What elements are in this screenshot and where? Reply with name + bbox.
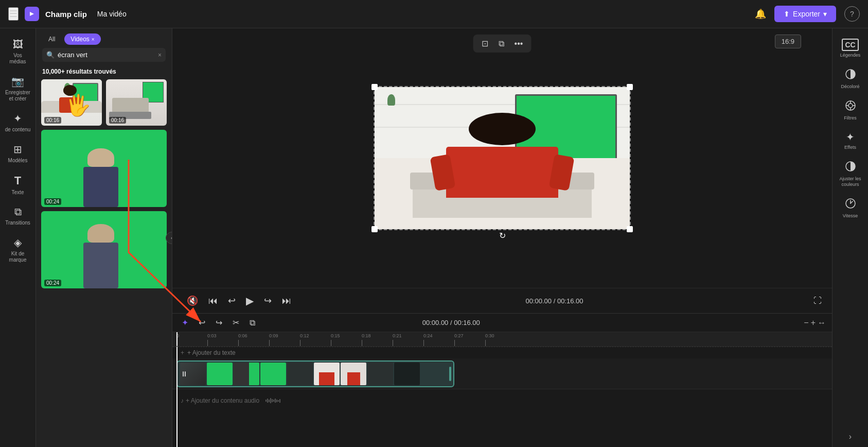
play-button[interactable]: ▶ — [242, 293, 258, 309]
crop-button[interactable]: ⊡ — [479, 38, 491, 49]
filter-all-button[interactable]: All — [42, 33, 61, 45]
sidebar-label-decolore: Décoloré — [841, 84, 859, 90]
media-row-2: 00:24 — [41, 130, 167, 207]
rewind-button[interactable]: ↩ — [224, 293, 240, 308]
center-area: ⊡ ⧉ ••• 16:9 — [172, 28, 832, 447]
content-icon: ✦ — [13, 112, 22, 125]
brand-icon: ◈ — [14, 236, 22, 249]
add-audio-track[interactable]: ♪ + Ajouter du contenu audio — [172, 395, 289, 406]
thumb-duration-4: 00:24 — [44, 280, 61, 286]
video-clip[interactable]: ⏸ — [176, 360, 454, 387]
sidebar-label-effets: Effets — [844, 145, 856, 150]
handle-tl[interactable] — [371, 84, 378, 90]
overlay-button[interactable]: ⧉ — [495, 38, 507, 49]
sidebar-item-vitesse[interactable]: Vitesse — [835, 194, 866, 223]
decolore-icon — [845, 68, 856, 82]
handle-tr[interactable] — [627, 84, 633, 90]
effets-icon: ✦ — [846, 131, 855, 143]
sidebar-item-legendes[interactable]: CC Légendes — [835, 35, 866, 62]
main-layout: 🖼 Vos médias 📷 Enregistrer et créer ✦ de… — [0, 28, 868, 447]
sidebar-item-kit-marque[interactable]: ◈ Kit de marque — [2, 232, 34, 267]
media-thumb-4[interactable]: 00:24 — [41, 211, 167, 288]
more-options-button[interactable]: ••• — [511, 38, 526, 49]
room-scene — [375, 87, 630, 229]
sidebar-item-transitions[interactable]: ⧉ Transitions — [2, 202, 34, 230]
transitions-icon: ⧉ — [14, 206, 22, 218]
handle-bl[interactable] — [371, 226, 378, 232]
ratio-selector[interactable]: 16:9 — [775, 35, 801, 48]
sidebar-item-contenu[interactable]: ✦ de contenu — [2, 108, 34, 137]
sidebar-item-texte[interactable]: T Texte — [2, 170, 34, 200]
couleurs-icon — [845, 161, 856, 175]
sidebar-label-texte: Texte — [12, 190, 24, 196]
sidebar-item-filtres[interactable]: Filtres — [835, 96, 866, 125]
zoom-in-button[interactable]: + — [811, 318, 816, 328]
media-thumb-1[interactable]: 🖐 00:16 — [41, 79, 102, 126]
sidebar-label-enregistrer: Enregistrer et créer — [5, 90, 31, 102]
svg-point-3 — [848, 104, 853, 108]
thumb-duration-3: 00:24 — [44, 198, 61, 205]
search-icon: 🔍 — [46, 51, 55, 59]
magic-button[interactable]: ✦ — [179, 317, 191, 329]
search-input[interactable] — [58, 51, 155, 59]
templates-icon: ⊞ — [13, 143, 22, 156]
app-name: Champ clip — [45, 10, 87, 19]
timeline-ruler[interactable]: 0 0:03 0:06 0:09 — [172, 332, 832, 347]
media-thumb-3[interactable]: 00:24 — [41, 130, 167, 207]
add-text-track[interactable]: + + Ajouter du texte — [172, 347, 832, 358]
sidebar-item-vos-medias[interactable]: 🖼 Vos médias — [2, 35, 34, 69]
preview-toolbar: ⊡ ⧉ ••• — [473, 35, 532, 53]
hamburger-menu[interactable]: ☰ — [8, 7, 19, 21]
filter-close-icon[interactable]: × — [92, 37, 95, 42]
fit-button[interactable]: ↔ — [818, 318, 826, 328]
notification-icon[interactable]: 🔔 — [755, 8, 766, 20]
time-display: 00:00.00 / 00:16.00 — [525, 297, 583, 305]
sidebar-item-decolore[interactable]: Décoloré — [835, 64, 866, 94]
filter-videos-button[interactable]: Videos × — [64, 33, 100, 45]
right-sidebar: CC Légendes Décoloré Filtres ✦ Effets — [832, 28, 868, 447]
mute-button[interactable]: 🔇 — [183, 293, 202, 308]
help-button[interactable]: ? — [844, 6, 860, 22]
media-panel: ‹ All Videos × 🔍 × 10,000+ résultats tro… — [36, 28, 172, 447]
search-clear-icon[interactable]: × — [158, 51, 162, 59]
zoom-out-button[interactable]: − — [804, 318, 808, 328]
skip-back-button[interactable]: ⏮ — [204, 294, 222, 308]
ruler-inner: 0 0:03 0:06 0:09 — [176, 332, 832, 346]
clip-right-handle[interactable] — [449, 367, 451, 381]
forward-button[interactable]: ↪ — [260, 293, 276, 308]
sidebar-item-enregistrer[interactable]: 📷 Enregistrer et créer — [2, 71, 34, 106]
sidebar-item-effets[interactable]: ✦ Effets — [835, 127, 866, 154]
results-text: 10,000+ résultats trouvés — [36, 66, 172, 79]
sidebar-label-filtres: Filtres — [844, 115, 857, 121]
zoom-controls: − + ↔ — [804, 318, 826, 328]
sidebar-label-kit-marque: Kit de marque — [5, 251, 31, 263]
vitesse-icon — [845, 198, 856, 212]
redo-button[interactable]: ↪ — [212, 317, 225, 329]
handle-br[interactable] — [627, 226, 633, 232]
sidebar-item-couleurs[interactable]: Ajuster les couleurs — [835, 157, 866, 192]
media-thumb-2[interactable]: 00:16 — [106, 79, 167, 126]
search-bar: 🔍 × — [42, 48, 166, 62]
playback-right: ⛶ — [813, 296, 822, 305]
topbar: ☰ Champ clip Ma vidéo 🔔 ⬆ Exporter ▾ ? — [0, 0, 868, 28]
text-icon: T — [14, 174, 21, 187]
topbar-right: 🔔 ⬆ Exporter ▾ ? — [755, 6, 860, 22]
left-sidebar: 🖼 Vos médias 📷 Enregistrer et créer ✦ de… — [0, 28, 36, 447]
fullscreen-button[interactable]: ⛶ — [813, 296, 822, 305]
undo-button[interactable]: ↩ — [196, 317, 208, 329]
export-button[interactable]: ⬆ Exporter ▾ — [774, 6, 836, 22]
right-sidebar-collapse[interactable]: › — [844, 431, 857, 443]
skip-forward-button[interactable]: ⏭ — [278, 294, 295, 308]
thumb-duration-2: 00:16 — [109, 117, 126, 124]
copy-button[interactable]: ⧉ — [246, 317, 258, 329]
record-icon: 📷 — [11, 75, 24, 88]
cut-button[interactable]: ✂ — [229, 317, 242, 329]
project-name[interactable]: Ma vidéo — [97, 10, 127, 18]
add-text-icon: + — [181, 349, 184, 356]
audio-note-icon: ♪ — [181, 397, 184, 404]
rotate-handle[interactable]: ↻ — [499, 231, 506, 240]
video-canvas[interactable]: ↻ — [374, 86, 631, 230]
sidebar-label-modeles: Modèles — [8, 158, 28, 164]
sidebar-item-modeles[interactable]: ⊞ Modèles — [2, 139, 34, 168]
clip-pause-icon: ⏸ — [181, 370, 188, 378]
